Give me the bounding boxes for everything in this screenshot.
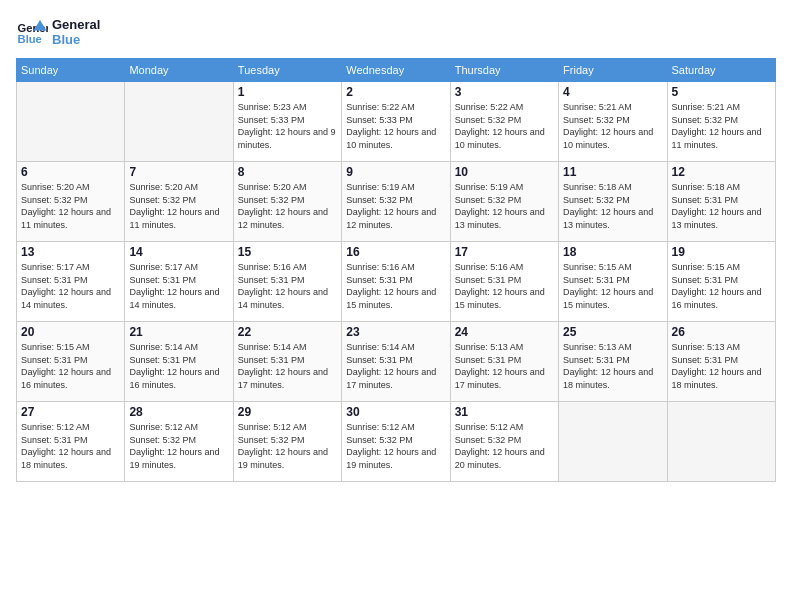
calendar-cell: 29Sunrise: 5:12 AMSunset: 5:32 PMDayligh… — [233, 402, 341, 482]
day-info: Sunrise: 5:12 AMSunset: 5:31 PMDaylight:… — [21, 421, 120, 471]
calendar-cell: 25Sunrise: 5:13 AMSunset: 5:31 PMDayligh… — [559, 322, 667, 402]
weekday-header: Tuesday — [233, 59, 341, 82]
weekday-header: Wednesday — [342, 59, 450, 82]
weekday-header: Thursday — [450, 59, 558, 82]
weekday-header: Monday — [125, 59, 233, 82]
day-number: 11 — [563, 165, 662, 179]
day-number: 25 — [563, 325, 662, 339]
day-info: Sunrise: 5:13 AMSunset: 5:31 PMDaylight:… — [672, 341, 771, 391]
day-info: Sunrise: 5:16 AMSunset: 5:31 PMDaylight:… — [346, 261, 445, 311]
calendar-cell: 18Sunrise: 5:15 AMSunset: 5:31 PMDayligh… — [559, 242, 667, 322]
day-info: Sunrise: 5:12 AMSunset: 5:32 PMDaylight:… — [455, 421, 554, 471]
calendar-cell: 10Sunrise: 5:19 AMSunset: 5:32 PMDayligh… — [450, 162, 558, 242]
calendar-cell — [667, 402, 775, 482]
day-number: 3 — [455, 85, 554, 99]
day-number: 4 — [563, 85, 662, 99]
day-number: 2 — [346, 85, 445, 99]
day-info: Sunrise: 5:21 AMSunset: 5:32 PMDaylight:… — [672, 101, 771, 151]
day-number: 27 — [21, 405, 120, 419]
day-info: Sunrise: 5:12 AMSunset: 5:32 PMDaylight:… — [238, 421, 337, 471]
calendar-cell: 6Sunrise: 5:20 AMSunset: 5:32 PMDaylight… — [17, 162, 125, 242]
logo-text-blue: Blue — [52, 32, 100, 47]
day-number: 17 — [455, 245, 554, 259]
day-info: Sunrise: 5:20 AMSunset: 5:32 PMDaylight:… — [21, 181, 120, 231]
calendar-week-row: 13Sunrise: 5:17 AMSunset: 5:31 PMDayligh… — [17, 242, 776, 322]
calendar-cell: 27Sunrise: 5:12 AMSunset: 5:31 PMDayligh… — [17, 402, 125, 482]
day-number: 23 — [346, 325, 445, 339]
day-number: 20 — [21, 325, 120, 339]
day-number: 26 — [672, 325, 771, 339]
day-number: 22 — [238, 325, 337, 339]
day-info: Sunrise: 5:17 AMSunset: 5:31 PMDaylight:… — [21, 261, 120, 311]
calendar-cell: 4Sunrise: 5:21 AMSunset: 5:32 PMDaylight… — [559, 82, 667, 162]
logo-icon: General Blue — [16, 16, 48, 48]
day-number: 29 — [238, 405, 337, 419]
calendar-cell: 3Sunrise: 5:22 AMSunset: 5:32 PMDaylight… — [450, 82, 558, 162]
day-info: Sunrise: 5:18 AMSunset: 5:31 PMDaylight:… — [672, 181, 771, 231]
day-info: Sunrise: 5:14 AMSunset: 5:31 PMDaylight:… — [238, 341, 337, 391]
day-info: Sunrise: 5:15 AMSunset: 5:31 PMDaylight:… — [563, 261, 662, 311]
day-info: Sunrise: 5:16 AMSunset: 5:31 PMDaylight:… — [455, 261, 554, 311]
logo: General Blue General Blue — [16, 16, 100, 48]
day-number: 28 — [129, 405, 228, 419]
day-info: Sunrise: 5:23 AMSunset: 5:33 PMDaylight:… — [238, 101, 337, 151]
day-number: 12 — [672, 165, 771, 179]
day-number: 7 — [129, 165, 228, 179]
page-header: General Blue General Blue — [16, 16, 776, 48]
day-info: Sunrise: 5:12 AMSunset: 5:32 PMDaylight:… — [129, 421, 228, 471]
calendar-week-row: 27Sunrise: 5:12 AMSunset: 5:31 PMDayligh… — [17, 402, 776, 482]
calendar-cell: 21Sunrise: 5:14 AMSunset: 5:31 PMDayligh… — [125, 322, 233, 402]
calendar-cell: 13Sunrise: 5:17 AMSunset: 5:31 PMDayligh… — [17, 242, 125, 322]
day-number: 13 — [21, 245, 120, 259]
day-info: Sunrise: 5:13 AMSunset: 5:31 PMDaylight:… — [563, 341, 662, 391]
calendar-cell: 8Sunrise: 5:20 AMSunset: 5:32 PMDaylight… — [233, 162, 341, 242]
calendar-cell: 17Sunrise: 5:16 AMSunset: 5:31 PMDayligh… — [450, 242, 558, 322]
day-info: Sunrise: 5:19 AMSunset: 5:32 PMDaylight:… — [455, 181, 554, 231]
day-number: 19 — [672, 245, 771, 259]
day-number: 10 — [455, 165, 554, 179]
calendar-cell — [559, 402, 667, 482]
calendar-cell: 22Sunrise: 5:14 AMSunset: 5:31 PMDayligh… — [233, 322, 341, 402]
calendar-cell: 1Sunrise: 5:23 AMSunset: 5:33 PMDaylight… — [233, 82, 341, 162]
day-info: Sunrise: 5:22 AMSunset: 5:32 PMDaylight:… — [455, 101, 554, 151]
calendar-week-row: 20Sunrise: 5:15 AMSunset: 5:31 PMDayligh… — [17, 322, 776, 402]
day-info: Sunrise: 5:20 AMSunset: 5:32 PMDaylight:… — [129, 181, 228, 231]
calendar-cell: 23Sunrise: 5:14 AMSunset: 5:31 PMDayligh… — [342, 322, 450, 402]
calendar-cell: 7Sunrise: 5:20 AMSunset: 5:32 PMDaylight… — [125, 162, 233, 242]
day-info: Sunrise: 5:12 AMSunset: 5:32 PMDaylight:… — [346, 421, 445, 471]
day-number: 18 — [563, 245, 662, 259]
day-number: 16 — [346, 245, 445, 259]
day-number: 14 — [129, 245, 228, 259]
calendar-table: SundayMondayTuesdayWednesdayThursdayFrid… — [16, 58, 776, 482]
day-info: Sunrise: 5:21 AMSunset: 5:32 PMDaylight:… — [563, 101, 662, 151]
day-number: 24 — [455, 325, 554, 339]
logo-text-general: General — [52, 17, 100, 32]
calendar-week-row: 1Sunrise: 5:23 AMSunset: 5:33 PMDaylight… — [17, 82, 776, 162]
calendar-cell: 2Sunrise: 5:22 AMSunset: 5:33 PMDaylight… — [342, 82, 450, 162]
calendar-cell: 9Sunrise: 5:19 AMSunset: 5:32 PMDaylight… — [342, 162, 450, 242]
day-info: Sunrise: 5:14 AMSunset: 5:31 PMDaylight:… — [346, 341, 445, 391]
calendar-header-row: SundayMondayTuesdayWednesdayThursdayFrid… — [17, 59, 776, 82]
day-info: Sunrise: 5:15 AMSunset: 5:31 PMDaylight:… — [21, 341, 120, 391]
day-info: Sunrise: 5:18 AMSunset: 5:32 PMDaylight:… — [563, 181, 662, 231]
day-info: Sunrise: 5:14 AMSunset: 5:31 PMDaylight:… — [129, 341, 228, 391]
calendar-cell: 19Sunrise: 5:15 AMSunset: 5:31 PMDayligh… — [667, 242, 775, 322]
day-number: 30 — [346, 405, 445, 419]
calendar-cell: 14Sunrise: 5:17 AMSunset: 5:31 PMDayligh… — [125, 242, 233, 322]
calendar-cell — [17, 82, 125, 162]
calendar-cell: 20Sunrise: 5:15 AMSunset: 5:31 PMDayligh… — [17, 322, 125, 402]
day-info: Sunrise: 5:13 AMSunset: 5:31 PMDaylight:… — [455, 341, 554, 391]
calendar-cell: 28Sunrise: 5:12 AMSunset: 5:32 PMDayligh… — [125, 402, 233, 482]
svg-text:Blue: Blue — [18, 33, 42, 45]
calendar-cell: 15Sunrise: 5:16 AMSunset: 5:31 PMDayligh… — [233, 242, 341, 322]
calendar-week-row: 6Sunrise: 5:20 AMSunset: 5:32 PMDaylight… — [17, 162, 776, 242]
calendar-cell: 12Sunrise: 5:18 AMSunset: 5:31 PMDayligh… — [667, 162, 775, 242]
calendar-cell: 26Sunrise: 5:13 AMSunset: 5:31 PMDayligh… — [667, 322, 775, 402]
day-number: 6 — [21, 165, 120, 179]
calendar-cell: 30Sunrise: 5:12 AMSunset: 5:32 PMDayligh… — [342, 402, 450, 482]
day-number: 8 — [238, 165, 337, 179]
day-info: Sunrise: 5:22 AMSunset: 5:33 PMDaylight:… — [346, 101, 445, 151]
weekday-header: Friday — [559, 59, 667, 82]
calendar-cell: 11Sunrise: 5:18 AMSunset: 5:32 PMDayligh… — [559, 162, 667, 242]
calendar-cell: 5Sunrise: 5:21 AMSunset: 5:32 PMDaylight… — [667, 82, 775, 162]
